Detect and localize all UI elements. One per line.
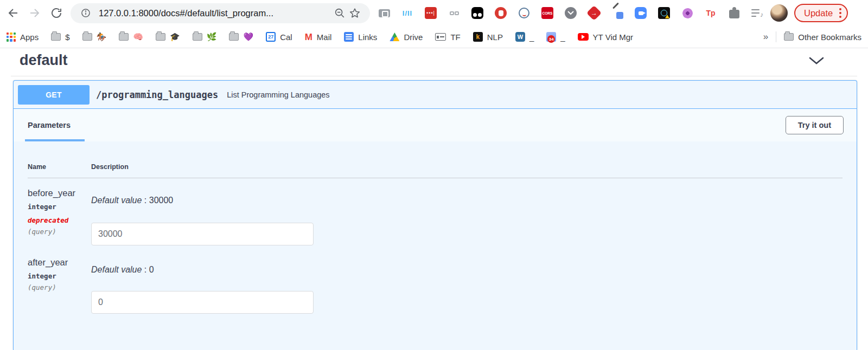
- before-year-input[interactable]: [91, 223, 314, 245]
- parameter-type: integer: [28, 272, 91, 280]
- folder-icon: [229, 33, 239, 41]
- address-bar[interactable]: 127.0.0.1:8000/docs#/default/list_progra…: [71, 3, 370, 23]
- endpoint-path[interactable]: /programming_languages: [96, 89, 218, 100]
- bookmark-label: _: [529, 33, 534, 42]
- reload-button[interactable]: [48, 4, 65, 22]
- browser-menu-icon[interactable]: [839, 8, 841, 18]
- bookmark-apps[interactable]: Apps: [7, 33, 39, 42]
- bookmarks-bar: Apps $ 🏇 🧠 🎓 🌿 💜 27 Cal M Mail Links Dri…: [0, 26, 868, 48]
- bookmark-wordpress[interactable]: W _: [515, 32, 534, 42]
- k-icon: k: [473, 32, 483, 42]
- calendar-badge-icon: 34: [546, 32, 556, 42]
- other-bookmarks[interactable]: Other Bookmarks: [784, 33, 861, 42]
- dark-reader-icon[interactable]: [471, 7, 484, 20]
- column-header-name: Name: [28, 163, 91, 171]
- bookmark-folder-dollar[interactable]: $: [51, 33, 69, 42]
- eyedropper-icon[interactable]: [611, 7, 624, 20]
- screenshot-camera-icon[interactable]: [378, 7, 391, 20]
- gmail-icon: M: [305, 33, 312, 42]
- vpn-bars-icon[interactable]: I/II: [401, 7, 414, 20]
- tampermonkey-icon[interactable]: Tp: [704, 7, 717, 20]
- site-info-icon[interactable]: [78, 5, 93, 21]
- bookmark-folder-horse[interactable]: 🏇: [82, 32, 107, 42]
- bookmark-calendar[interactable]: 27 Cal: [266, 32, 292, 42]
- folder-icon: [119, 33, 129, 41]
- extensions-strip: I/II •••| CORS → Tp ♪: [378, 7, 764, 20]
- bookmark-label: 💜: [243, 32, 253, 42]
- url-text[interactable]: 127.0.0.1:8000/docs#/default/list_progra…: [99, 8, 332, 18]
- bookmark-star-icon[interactable]: [347, 5, 362, 21]
- bookmarks-overflow-chevron[interactable]: »: [763, 31, 768, 42]
- tab-underline: [25, 139, 85, 141]
- parameters-header: Parameters Try it out: [14, 109, 857, 141]
- zoom-camera-icon[interactable]: [634, 7, 647, 20]
- bookmark-label: Mail: [317, 33, 332, 42]
- bookmark-label: Links: [358, 33, 377, 42]
- bookmark-tf[interactable]: TF: [435, 33, 460, 42]
- cors-label: CORS: [541, 7, 553, 19]
- puzzle-extensions-icon[interactable]: [727, 7, 741, 20]
- bookmarks-divider: [776, 31, 776, 42]
- back-button[interactable]: [4, 4, 22, 22]
- parameters-table-header: Name Description: [28, 163, 843, 178]
- parameter-deprecated-flag: deprecated: [28, 216, 91, 224]
- lastpass-icon[interactable]: •••|: [424, 7, 437, 20]
- opblock-summary[interactable]: GET /programming_languages List Programm…: [14, 81, 857, 109]
- parameters-table: Name Description before_year integer dep…: [14, 141, 857, 314]
- parameter-location: (query): [28, 283, 91, 291]
- bookmark-links[interactable]: Links: [344, 32, 377, 42]
- bookmark-folder-brain[interactable]: 🧠: [119, 32, 143, 42]
- browser-update-button[interactable]: Update: [794, 4, 848, 22]
- bookmark-nlp[interactable]: k NLP: [473, 32, 503, 42]
- zoom-out-icon[interactable]: [332, 5, 347, 21]
- parameter-location: (query): [28, 228, 91, 236]
- bookmark-label: 🧠: [133, 32, 143, 42]
- tab-parameters[interactable]: Parameters: [28, 121, 71, 129]
- bookmark-gmail[interactable]: M Mail: [305, 33, 332, 42]
- endpoint-summary: List Programming Languages: [227, 90, 329, 99]
- wordpress-icon: W: [515, 32, 525, 42]
- links-icon: [344, 32, 354, 42]
- parameter-default-line: Default value : 30000: [91, 196, 843, 205]
- try-it-out-button[interactable]: Try it out: [786, 116, 844, 134]
- profile-avatar[interactable]: [770, 4, 788, 22]
- bookmark-calendar-34[interactable]: 34 _: [546, 32, 565, 42]
- column-header-description: Description: [91, 163, 843, 171]
- bookmark-folder-herb[interactable]: 🌿: [193, 32, 217, 42]
- youtube-icon: [578, 33, 589, 41]
- card-icon: [435, 33, 446, 41]
- bookmark-drive[interactable]: Drive: [390, 33, 423, 42]
- after-year-input[interactable]: [91, 291, 314, 314]
- forward-button[interactable]: [26, 4, 43, 22]
- react-devtools-icon[interactable]: [658, 7, 671, 20]
- parameter-type: integer: [28, 203, 91, 211]
- page-content: default GET /programming_languages List …: [0, 48, 868, 350]
- parameter-name: before_year: [28, 188, 91, 198]
- calendar-icon: 27: [266, 32, 276, 42]
- update-label: Update: [804, 8, 833, 18]
- redirect-arrow-icon[interactable]: →: [588, 7, 601, 20]
- glasses-icon[interactable]: [448, 7, 461, 20]
- bookmark-label: TF: [450, 33, 460, 42]
- folder-icon: [82, 33, 92, 41]
- bookmark-folder-grad[interactable]: 🎓: [156, 32, 180, 42]
- folder-icon: [193, 33, 202, 41]
- get-opblock: GET /programming_languages List Programm…: [13, 80, 857, 350]
- folder-icon: [156, 33, 165, 41]
- stop-hand-icon[interactable]: [494, 7, 507, 20]
- other-bookmarks-label: Other Bookmarks: [798, 33, 861, 42]
- cors-icon[interactable]: CORS: [541, 7, 554, 20]
- http-method-badge: GET: [18, 85, 90, 105]
- bookmark-label: Drive: [404, 33, 423, 42]
- chat-bubble-icon[interactable]: [518, 7, 531, 20]
- section-collapse-button[interactable]: [808, 55, 825, 68]
- bookmark-label: 🏇: [97, 32, 107, 42]
- flower-icon[interactable]: [681, 7, 694, 20]
- folder-icon: [784, 33, 794, 41]
- drive-icon: [390, 33, 399, 41]
- parameter-name: after_year: [28, 257, 91, 268]
- bookmark-folder-heart[interactable]: 💜: [229, 32, 253, 42]
- pocket-icon[interactable]: [564, 7, 577, 20]
- bookmark-youtube[interactable]: YT Vid Mgr: [578, 33, 633, 42]
- playlist-music-icon[interactable]: ♪: [751, 7, 764, 20]
